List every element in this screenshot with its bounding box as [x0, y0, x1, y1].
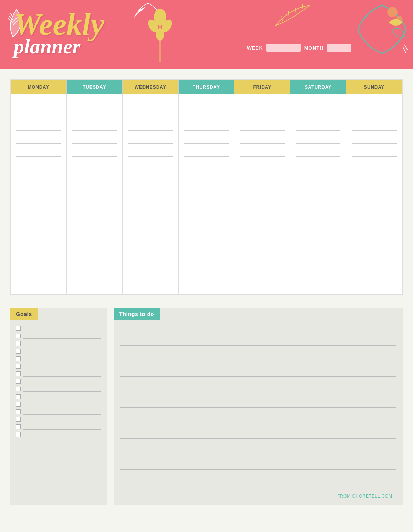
bottom-section: Goals Things to do [0, 301, 413, 516]
svg-line-15 [288, 11, 289, 16]
list-item [16, 417, 101, 422]
checkbox[interactable] [16, 356, 21, 361]
list-item [16, 356, 101, 361]
checkbox[interactable] [16, 371, 21, 376]
todo-line [120, 429, 396, 439]
svg-line-20 [403, 47, 406, 53]
todo-line [120, 367, 396, 377]
checkbox[interactable] [16, 417, 21, 422]
list-item [16, 401, 101, 407]
todo-title-badge: Things to do [114, 308, 160, 320]
todo-line [120, 357, 396, 366]
day-col-sunday [346, 94, 402, 294]
leaf-top-right-icon [272, 2, 313, 29]
todo-panel: Things to do FROM CHORETELL.COM [114, 308, 403, 505]
checkbox[interactable] [16, 364, 21, 369]
todo-line [120, 481, 396, 490]
list-item [16, 326, 101, 331]
day-header-monday: MONDAY [11, 80, 67, 94]
teal-decoration-icon [354, 2, 410, 57]
list-item [16, 386, 101, 392]
todo-line [120, 439, 396, 449]
todo-line [120, 388, 396, 397]
week-input[interactable] [266, 44, 301, 52]
list-item [16, 424, 101, 430]
checkbox[interactable] [16, 432, 21, 437]
list-item [16, 371, 101, 377]
day-header-wednesday: WEDNESDAY [123, 80, 179, 94]
planner-label: planner [14, 35, 104, 59]
list-item [16, 348, 101, 354]
day-header-sunday: SUNDAY [346, 80, 402, 94]
todo-line [120, 419, 396, 428]
svg-point-18 [387, 7, 398, 17]
todo-line [120, 460, 396, 470]
month-input[interactable] [327, 44, 351, 52]
todo-line [120, 408, 396, 418]
month-label: MONTH [304, 45, 324, 51]
day-col-tuesday [67, 94, 123, 294]
checkbox[interactable] [16, 379, 21, 384]
svg-line-3 [10, 13, 13, 17]
day-col-friday [234, 94, 290, 294]
checkbox[interactable] [16, 349, 21, 354]
goals-title: Goals [10, 308, 107, 326]
checkbox[interactable] [16, 334, 21, 338]
day-col-saturday [290, 94, 347, 294]
list-item [16, 364, 101, 369]
list-item [16, 333, 101, 339]
list-item [16, 409, 101, 415]
checkbox[interactable] [16, 394, 21, 399]
calendar-section: MONDAY TUESDAY WEDNESDAY THURSDAY FRIDAY… [0, 69, 413, 301]
checkbox[interactable] [16, 341, 21, 346]
watermark: FROM CHORETELL.COM [114, 491, 403, 499]
checkbox[interactable] [16, 424, 21, 429]
list-item [16, 394, 101, 399]
svg-line-14 [282, 16, 282, 21]
list-item [16, 379, 101, 384]
todo-line [120, 398, 396, 408]
list-item [16, 341, 101, 346]
goals-list [10, 326, 107, 437]
svg-point-13 [156, 28, 164, 41]
goals-title-badge: Goals [10, 308, 38, 320]
todo-lines [114, 326, 403, 490]
svg-line-17 [302, 4, 303, 9]
day-header-thursday: THURSDAY [179, 80, 235, 94]
checkbox[interactable] [16, 387, 21, 391]
day-header-tuesday: TUESDAY [67, 80, 123, 94]
goals-panel: Goals [10, 308, 107, 505]
header-title: Weekly planner [14, 10, 104, 59]
checkbox[interactable] [16, 409, 21, 414]
weekly-label: Weekly [14, 10, 104, 38]
header: Weekly planner WEEK MONTH [0, 0, 413, 69]
day-header-saturday: SATURDAY [290, 80, 347, 94]
svg-line-21 [404, 45, 408, 50]
day-grid: MONDAY TUESDAY WEDNESDAY THURSDAY FRIDAY… [10, 79, 403, 295]
todo-line [120, 336, 396, 346]
week-label: WEEK [247, 45, 263, 51]
svg-line-6 [134, 9, 141, 17]
checkbox[interactable] [16, 326, 21, 331]
todo-line [120, 470, 396, 480]
svg-line-16 [295, 8, 296, 13]
list-item [16, 432, 101, 437]
checkbox[interactable] [16, 402, 21, 407]
day-col-wednesday [123, 94, 179, 294]
todo-line [120, 377, 396, 387]
todo-line [120, 326, 396, 335]
week-month-area: WEEK MONTH [247, 44, 351, 52]
day-col-monday [11, 94, 67, 294]
flower-center-icon [148, 7, 172, 62]
day-col-thursday [179, 94, 235, 294]
todo-line [120, 450, 396, 459]
day-header-friday: FRIDAY [234, 80, 290, 94]
todo-title: Things to do [114, 308, 403, 326]
todo-line [120, 346, 396, 356]
